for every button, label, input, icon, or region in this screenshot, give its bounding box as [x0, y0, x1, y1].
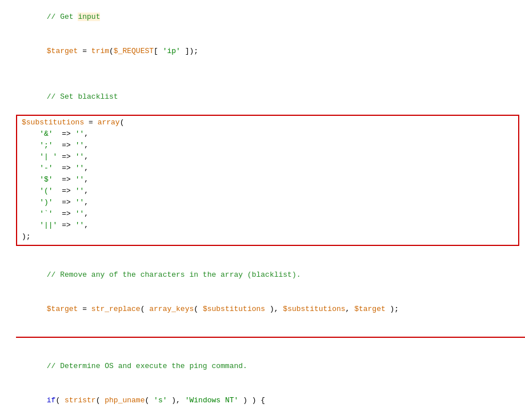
box-line-4: '| ' => '', — [22, 151, 514, 163]
line-if: if( stristr( php_uname( 's' ), 'Windows … — [0, 383, 525, 418]
box-line-1: $substitutions = array( — [22, 117, 514, 128]
box-line-9: '`' => '', — [22, 208, 514, 220]
line-empty-3 — [0, 338, 525, 349]
comment-remove: // Remove any of the characters in the a… — [47, 270, 301, 279]
box-line-5: '-' => '', — [22, 163, 514, 174]
line-comment-remove: // Remove any of the characters in the a… — [0, 258, 525, 292]
line-comment-windows: // Windows — [0, 418, 525, 420]
comment-blacklist: // Set blacklist — [47, 92, 118, 101]
comment-get-input: // Get input — [47, 13, 101, 21]
line-str-replace: $target = str_replace( array_keys( $subs… — [0, 292, 525, 338]
line-1: // Get input — [0, 0, 525, 34]
line-3-empty — [0, 68, 525, 80]
line-2: $target = trim($_REQUEST[ 'ip' ]); — [0, 34, 525, 68]
box-line-2: '&' => '', — [22, 128, 514, 140]
code-viewer: // Get input $target = trim($_REQUEST[ '… — [0, 0, 525, 420]
line-4: // Set blacklist — [0, 80, 525, 114]
box-line-3: ';' => '', — [22, 140, 514, 151]
box-close: ); — [22, 231, 514, 243]
blacklist-box: $substitutions = array( '&' => '', ';' =… — [16, 115, 519, 246]
line-empty-2 — [0, 247, 525, 258]
box-line-8: ')' => '', — [22, 197, 514, 208]
line-comment-os: // Determine OS and execute the ping com… — [0, 349, 525, 383]
var-target: $target — [47, 47, 78, 55]
box-line-6: '$' => '', — [22, 174, 514, 185]
box-line-7: '(' => '', — [22, 185, 514, 197]
red-underline — [16, 337, 525, 338]
code-block: // Get input $target = trim($_REQUEST[ '… — [0, 0, 525, 420]
box-line-10: '||' => '', — [22, 220, 514, 231]
comment-os: // Determine OS and execute the ping com… — [47, 362, 247, 370]
